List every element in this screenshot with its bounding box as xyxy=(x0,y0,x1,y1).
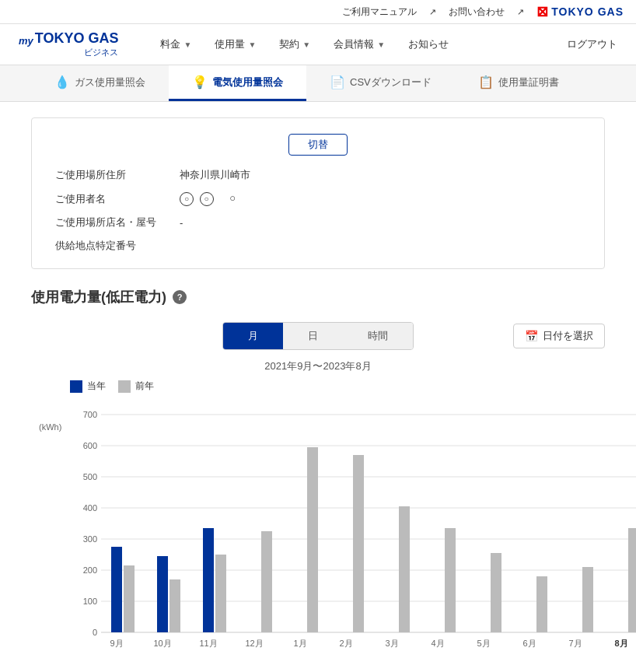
user-label: ご使用者名 xyxy=(55,192,180,206)
svg-text:700: 700 xyxy=(83,410,97,419)
nav-chevron2: ▼ xyxy=(248,40,256,49)
brand-my: my xyxy=(19,35,33,47)
top-bar-links: ご利用マニュアル ↗ お問い合わせ ↗ xyxy=(342,5,524,19)
help-icon[interactable]: ? xyxy=(173,290,187,304)
logo-icon: ⊠ xyxy=(536,3,548,20)
brand: my TOKYO GAS ビジネス xyxy=(19,30,118,58)
bar-5-prev xyxy=(491,553,501,632)
main-nav: 料金 ▼ 使用量 ▼ 契約 ▼ 会員情報 ▼ お知らせ ログアウト xyxy=(149,31,617,58)
nav-label-kaiin: 会員情報 xyxy=(334,37,374,51)
gas-icon: 💧 xyxy=(54,75,70,89)
svg-text:5月: 5月 xyxy=(477,639,490,648)
chart-wrapper: 2021年9月〜2023年8月 当年 前年 (kWh) xyxy=(31,359,605,648)
address-value: 神奈川県川崎市 xyxy=(180,168,250,182)
bar-1-prev xyxy=(307,447,318,632)
nav-chevron4: ▼ xyxy=(377,40,385,49)
tab-csv-label: CSVダウンロード xyxy=(350,75,432,89)
tab-gas[interactable]: 💧 ガス使用量照会 xyxy=(31,65,169,101)
bar-11-prev xyxy=(215,555,226,632)
switch-button[interactable]: 切替 xyxy=(288,134,348,156)
svg-text:6月: 6月 xyxy=(522,639,536,648)
nav-label-oshirase: お知らせ xyxy=(408,37,449,51)
header: my TOKYO GAS ビジネス 料金 ▼ 使用量 ▼ 契約 ▼ 会員情報 ▼… xyxy=(0,24,636,65)
chart-svg-area: 700 600 500 400 300 200 100 0 xyxy=(70,399,605,648)
period-tabs: 月 日 時間 xyxy=(222,322,414,350)
chart-controls: 月 日 時間 📅 日付を選択 xyxy=(31,322,605,350)
svg-text:11月: 11月 xyxy=(199,639,217,648)
svg-text:500: 500 xyxy=(83,472,97,481)
switch-area: 切替 xyxy=(55,134,581,156)
calendar-icon: 📅 xyxy=(525,330,538,342)
period-tab-hour[interactable]: 時間 xyxy=(343,323,413,349)
electricity-icon: 💡 xyxy=(192,75,208,89)
date-select-label: 日付を選択 xyxy=(543,329,593,343)
manual-link[interactable]: ご利用マニュアル xyxy=(342,5,417,19)
chart-date-label: 2021年9月〜2023年8月 xyxy=(31,359,605,373)
period-tab-month[interactable]: 月 xyxy=(223,323,283,349)
legend-prev: 前年 xyxy=(118,380,154,393)
nav-item-ryokin[interactable]: 料金 ▼ xyxy=(149,31,202,58)
svg-text:300: 300 xyxy=(83,534,97,544)
bar-8-prev xyxy=(628,528,636,632)
section-title-text: 使用電力量(低圧電力) xyxy=(31,288,166,306)
contact-link[interactable]: お問い合わせ xyxy=(449,5,505,19)
bar-4-prev xyxy=(445,528,456,632)
nav-item-oshirase[interactable]: お知らせ xyxy=(397,31,460,58)
nav-item-kaiin[interactable]: 会員情報 ▼ xyxy=(323,31,396,58)
logo-area: ⊠ TOKYO GAS xyxy=(536,3,624,20)
sub-tabs: 💧 ガス使用量照会 💡 電気使用量照会 📄 CSVダウンロード 📋 使用量証明書 xyxy=(0,65,636,102)
svg-text:12月: 12月 xyxy=(245,639,263,648)
chart-container: (kWh) 700 600 500 xyxy=(39,399,605,648)
brand-biz: ビジネス xyxy=(19,47,118,58)
svg-text:100: 100 xyxy=(83,597,97,606)
bar-7-prev xyxy=(582,567,593,632)
legend-current: 当年 xyxy=(70,380,106,393)
tab-certificate[interactable]: 📋 使用量証明書 xyxy=(455,65,582,101)
svg-text:10月: 10月 xyxy=(153,639,171,648)
brand-name: TOKYO GAS xyxy=(35,30,119,47)
nav-label-shiyoryo: 使用量 xyxy=(215,37,245,51)
section-title: 使用電力量(低圧電力) ? xyxy=(31,288,605,306)
tab-electricity[interactable]: 💡 電気使用量照会 xyxy=(169,65,306,101)
period-tab-day[interactable]: 日 xyxy=(283,323,343,349)
supply-label: 供給地点特定番号 xyxy=(55,239,180,253)
top-bar: ご利用マニュアル ↗ お問い合わせ ↗ ⊠ TOKYO GAS xyxy=(0,0,636,24)
tab-electricity-label: 電気使用量照会 xyxy=(212,75,283,89)
legend-blue-color xyxy=(70,380,82,393)
legend-prev-label: 前年 xyxy=(135,380,154,393)
bar-12-prev xyxy=(261,531,272,632)
user-row: ご使用者名 ○ ○ ○ xyxy=(55,191,581,206)
shop-row: ご使用場所店名・屋号 - xyxy=(55,215,581,229)
shop-label: ご使用場所店名・屋号 xyxy=(55,215,180,229)
circle-char1: ○ xyxy=(180,192,194,206)
nav-item-keiyaku[interactable]: 契約 ▼ xyxy=(268,31,321,58)
legend-gray-color xyxy=(118,380,131,393)
logout-button[interactable]: ログアウト xyxy=(567,37,617,51)
svg-text:7月: 7月 xyxy=(568,639,582,648)
logo-text: TOKYO GAS xyxy=(551,5,624,18)
tab-gas-label: ガス使用量照会 xyxy=(75,75,145,89)
cert-icon: 📋 xyxy=(478,75,494,89)
svg-text:600: 600 xyxy=(83,441,97,450)
nav-chevron3: ▼ xyxy=(302,40,310,49)
bar-chart: 700 600 500 400 300 200 100 0 xyxy=(70,399,636,648)
info-box: 切替 ご使用場所住所 神奈川県川崎市 ご使用者名 ○ ○ ○ ご使用場所店名・屋… xyxy=(31,117,605,269)
svg-text:4月: 4月 xyxy=(431,639,444,648)
nav-label-ryokin: 料金 xyxy=(160,37,180,51)
user-value: ○ ○ ○ xyxy=(180,191,236,206)
bar-10-current xyxy=(157,556,168,632)
chart-legend: 当年 前年 xyxy=(70,380,605,393)
nav-chevron: ▼ xyxy=(183,40,191,49)
date-select-button[interactable]: 📅 日付を選択 xyxy=(513,324,605,348)
tab-csv[interactable]: 📄 CSVダウンロード xyxy=(306,65,455,101)
y-axis-label: (kWh) xyxy=(39,422,61,432)
svg-text:3月: 3月 xyxy=(385,639,398,648)
nav-label-keiyaku: 契約 xyxy=(279,37,299,51)
bar-9-current xyxy=(111,547,122,632)
legend-current-label: 当年 xyxy=(87,380,106,393)
svg-text:8月: 8月 xyxy=(614,639,627,648)
nav-item-shiyoryo[interactable]: 使用量 ▼ xyxy=(204,31,267,58)
svg-text:2月: 2月 xyxy=(339,639,352,648)
svg-text:9月: 9月 xyxy=(110,639,123,648)
svg-text:0: 0 xyxy=(93,628,97,637)
